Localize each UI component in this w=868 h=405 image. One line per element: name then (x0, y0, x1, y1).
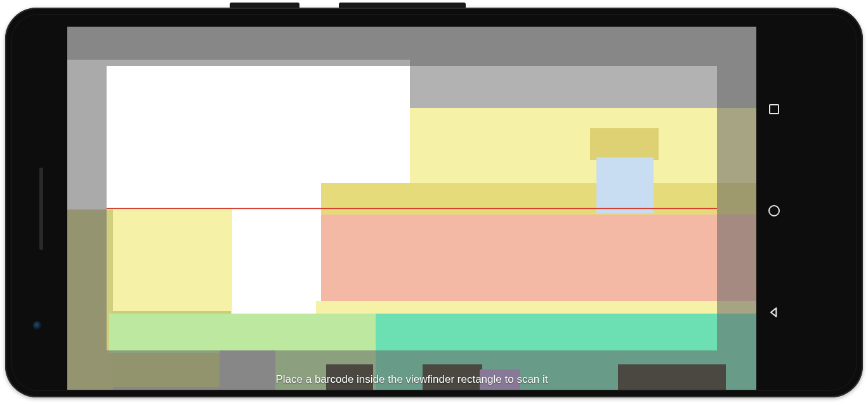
scan-laser-line (107, 208, 717, 209)
phone-frame: Place a barcode inside the viewfinder re… (5, 8, 863, 397)
back-icon (768, 306, 780, 319)
scanner-overlay-right (717, 66, 756, 350)
scanner-overlay-left (67, 66, 107, 350)
front-camera-icon (33, 321, 42, 330)
phone-speaker (39, 168, 43, 250)
screen: Place a barcode inside the viewfinder re… (67, 27, 756, 390)
nav-home-button[interactable] (766, 203, 782, 218)
scanner-hint-text: Place a barcode inside the viewfinder re… (67, 373, 756, 386)
home-icon (768, 205, 780, 216)
nav-back-button[interactable] (766, 305, 782, 320)
scanner-overlay-top (67, 27, 756, 66)
recent-apps-icon (769, 104, 779, 114)
nav-recent-button[interactable] (766, 102, 782, 117)
